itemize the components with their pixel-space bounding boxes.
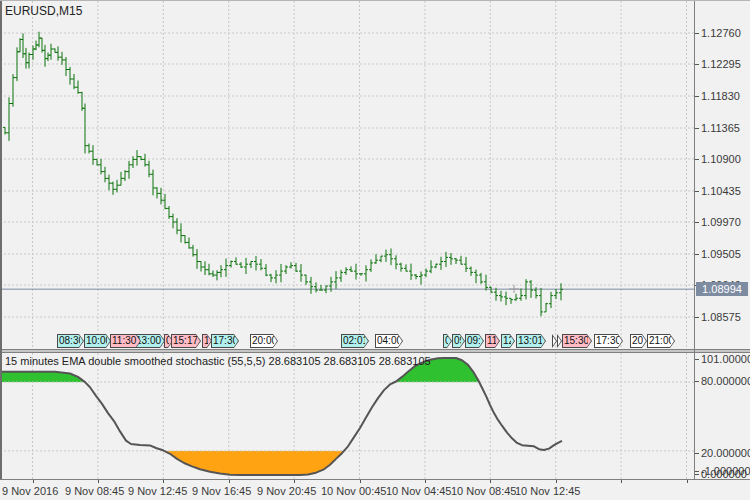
time-tag[interactable]: 0 <box>443 334 452 348</box>
time-tag-fill <box>558 335 561 347</box>
price-scale-tick <box>695 64 699 65</box>
time-tag[interactable]: 09 <box>452 334 465 348</box>
price-axis-label: 1.08575 <box>701 311 741 323</box>
time-axis-label: 9 Nov 20:45 <box>257 485 316 497</box>
price-scale-tick <box>695 317 699 318</box>
time-axis-label: 9 Nov 08:45 <box>65 485 124 497</box>
time-axis-label: 10 Nov 04:45 <box>386 485 451 497</box>
price-scale-tick <box>695 159 699 160</box>
indicator-scale-tick <box>695 359 699 360</box>
time-tag[interactable]: 20:00 <box>250 334 278 348</box>
time-tag-label: 08:30 <box>59 335 80 347</box>
scale-divider-line <box>694 1 695 479</box>
time-axis-tick <box>98 480 99 483</box>
time-axis-tick <box>294 480 295 483</box>
time-tag-label: 17:30 <box>596 335 619 347</box>
price-scale[interactable]: 1.127601.122951.118301.113651.109001.104… <box>695 1 750 349</box>
indicator-panel[interactable]: 15 minutes EMA double smoothed stochasti… <box>0 353 694 479</box>
indicator-axis-label: 20.000000 <box>701 447 750 459</box>
time-tag-label: 15:30 <box>564 335 588 347</box>
time-tag-label: 10:00 <box>86 335 107 347</box>
time-axis-label: 10 Nov 12:45 <box>515 485 580 497</box>
time-tag[interactable]: 21:00 <box>647 334 675 348</box>
time-tag-label: 0 <box>166 335 169 347</box>
indicator-scale-tick <box>695 453 699 454</box>
indicator-gridlines <box>33 353 687 479</box>
time-axis-label: 10 Nov 00:45 <box>321 485 386 497</box>
time-tag[interactable]: 09:4 <box>465 334 484 348</box>
mt-chart-window: EURUSD,M15 08:3010:0013:0011:30015:17117… <box>0 0 750 500</box>
time-tag-label: 20: <box>632 335 643 347</box>
time-tag-label: 02:01 <box>343 335 365 347</box>
time-tag[interactable]: 10:00 <box>84 334 111 348</box>
time-axis-tick <box>556 480 557 483</box>
time-tag[interactable]: 17:30 <box>211 334 239 348</box>
price-axis-label: 1.11830 <box>701 90 740 102</box>
price-scale-tick <box>695 254 699 255</box>
time-tag[interactable]: 13:01 <box>516 334 546 348</box>
time-axis-tick <box>621 480 622 483</box>
indicator-scale-tick <box>695 474 699 475</box>
time-tag-label: 13:01 <box>518 335 542 347</box>
price-axis-label: 1.10900 <box>701 153 741 165</box>
time-tag-label: 21:00 <box>649 335 671 347</box>
time-axis-tick <box>360 480 361 483</box>
time-tag[interactable]: 17:30 <box>594 334 623 348</box>
time-axis-label: 10 Nov 08:45 <box>451 485 516 497</box>
price-axis-label: 1.12295 <box>701 58 741 70</box>
time-tag[interactable]: 11:30 <box>110 334 141 348</box>
chart-left-border <box>0 1 2 479</box>
price-chart-area[interactable]: EURUSD,M15 08:3010:0013:0011:30015:17117… <box>0 1 694 349</box>
time-tag-fill <box>553 335 556 347</box>
time-tag[interactable] <box>557 334 562 348</box>
price-scale-tick <box>695 96 699 97</box>
time-tag[interactable]: 12: <box>501 334 515 348</box>
time-axis-label: 9 Nov 2016 <box>2 485 58 497</box>
indicator-canvas[interactable] <box>0 353 694 479</box>
indicator-axis-label: 101.000000 <box>701 353 750 365</box>
price-scale-tick <box>695 33 699 34</box>
time-tag[interactable]: 02:01 <box>341 334 369 348</box>
price-axis-label: 1.10435 <box>701 185 741 197</box>
time-tag[interactable]: 08:30 <box>57 334 84 348</box>
time-tag-label: 12: <box>503 335 511 347</box>
time-tag-label: 0 <box>445 335 448 347</box>
time-tag-label: 09:4 <box>467 335 480 347</box>
time-tag[interactable]: 15:30 <box>562 334 592 348</box>
time-axis-tick <box>229 480 230 483</box>
time-tag-label: 17:30 <box>213 335 235 347</box>
price-scale-tick <box>695 191 699 192</box>
indicator-scale-tick <box>695 471 699 472</box>
time-axis-label: 9 Nov 12:45 <box>128 485 187 497</box>
time-axis-tick <box>163 480 164 483</box>
time-axis-label: 9 Nov 16:45 <box>192 485 251 497</box>
price-scale-tick <box>695 128 699 129</box>
indicator-header-label: 15 minutes EMA double smoothed stochasti… <box>5 355 431 367</box>
indicator-level-lines <box>0 382 694 451</box>
time-tag-label: 20:00 <box>252 335 274 347</box>
time-tag[interactable]: 1 <box>202 334 212 348</box>
time-tag-label: 11:30 <box>112 335 137 347</box>
time-tag[interactable]: 15:17 <box>171 334 201 348</box>
time-tag-label: 15:17 <box>173 335 197 347</box>
time-tag-label: 04:00 <box>377 335 399 347</box>
time-axis-tick <box>33 480 34 483</box>
time-tag-label: 1 <box>204 335 208 347</box>
time-axis-tick <box>490 480 491 483</box>
indicator-scale[interactable]: 101.00000080.00000020.000000-1.0000000.0… <box>695 353 750 479</box>
time-axis-tick <box>425 480 426 483</box>
price-axis-label: 1.09505 <box>701 248 741 260</box>
indicator-axis-label: 80.000000 <box>701 375 750 387</box>
indicator-scale-tick <box>695 381 699 382</box>
time-tag-row: 08:3010:0013:0011:30015:17117:3020:0002:… <box>0 1 694 349</box>
time-axis[interactable]: 9 Nov 20169 Nov 08:459 Nov 12:459 Nov 16… <box>0 479 750 500</box>
time-tag[interactable] <box>552 334 557 348</box>
price-axis-label: 1.11365 <box>701 122 740 134</box>
time-tag-label: 09 <box>454 335 461 347</box>
time-tag[interactable]: 20: <box>630 334 647 348</box>
price-axis-label: 1.09970 <box>701 216 741 228</box>
price-scale-tick <box>695 222 699 223</box>
time-tag-label: 11: <box>487 335 496 347</box>
time-tag[interactable]: 11: <box>485 334 500 348</box>
time-tag[interactable]: 04:00 <box>375 334 403 348</box>
